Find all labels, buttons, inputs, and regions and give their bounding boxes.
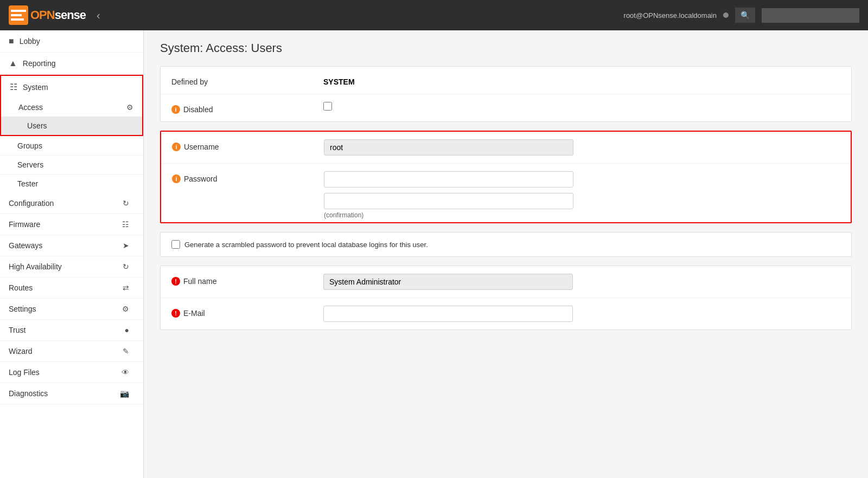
logo-opn: OPN <box>30 8 55 22</box>
sidebar-label-groups: Groups <box>17 141 42 150</box>
sidebar-item-firmware[interactable]: Firmware ☷ <box>0 214 143 235</box>
svg-rect-3 <box>11 18 24 21</box>
sidebar-label-lobby: Lobby <box>20 37 135 46</box>
credentials-section: i Username i Password (confirmation) <box>160 131 852 223</box>
password-row: i Password (confirmation) <box>161 164 851 222</box>
password-label-text: Password <box>184 175 217 183</box>
settings-icon: ⚙ <box>122 305 129 313</box>
sidebar-item-reporting[interactable]: ▲ Reporting <box>0 53 143 75</box>
main-content: System: Access: Users Defined by SYSTEM … <box>144 30 868 478</box>
form-card-info: ! Full name ! E-Mail <box>160 266 852 330</box>
sidebar-item-lobby[interactable]: ■ Lobby <box>0 30 143 53</box>
configuration-icon: ↻ <box>123 199 129 208</box>
system-icon: ☷ <box>10 82 17 92</box>
disabled-label-text: Disabled <box>183 105 213 114</box>
disabled-info-icon: i <box>171 105 180 114</box>
logo-sense: sense <box>55 8 86 22</box>
full-name-label-text: Full name <box>183 277 216 286</box>
status-dot <box>723 12 729 18</box>
sidebar-label-trust: Trust <box>9 326 125 334</box>
sidebar-item-configuration[interactable]: Configuration ↻ <box>0 193 143 214</box>
firmware-icon: ☷ <box>122 220 129 229</box>
topbar: OPNsense ‹ root@OPNsense.localdomain 🔍 <box>0 0 868 30</box>
email-row: ! E-Mail <box>161 298 851 330</box>
password-value: (confirmation) <box>324 171 840 219</box>
reporting-icon: ▲ <box>9 59 17 68</box>
sidebar-label-routes: Routes <box>9 283 123 292</box>
sidebar-item-settings[interactable]: Settings ⚙ <box>0 299 143 320</box>
sidebar-item-users[interactable]: Users <box>1 117 142 135</box>
sidebar-label-gateways: Gateways <box>9 241 123 250</box>
confirmation-text: (confirmation) <box>324 211 840 219</box>
sidebar-item-routes[interactable]: Routes ⇄ <box>0 277 143 299</box>
sidebar-item-tester[interactable]: Tester <box>0 174 143 193</box>
gateways-icon: ➤ <box>123 241 129 250</box>
sidebar-label-users: Users <box>27 121 47 130</box>
system-section: ☷ System Access ⚙ Users <box>0 75 143 136</box>
trust-icon: ● <box>125 326 129 334</box>
sidebar-label-diagnostics: Diagnostics <box>9 389 120 398</box>
email-warn-icon: ! <box>171 309 180 318</box>
sidebar-item-access[interactable]: Access ⚙ <box>1 98 142 117</box>
username-row: i Username <box>161 132 851 164</box>
username-value <box>324 139 840 156</box>
logo: OPNsense <box>9 5 86 25</box>
topbar-right: root@OPNsense.localdomain 🔍 <box>624 8 859 23</box>
password-confirm-input[interactable] <box>324 193 573 209</box>
full-name-label: ! Full name <box>171 274 323 286</box>
sidebar-item-system[interactable]: ☷ System <box>1 76 142 98</box>
full-name-input[interactable] <box>323 274 573 290</box>
main-layout: ■ Lobby ▲ Reporting ☷ System Access ⚙ Us… <box>0 30 868 478</box>
sidebar-label-servers: Servers <box>17 160 43 169</box>
search-button[interactable]: 🔍 <box>735 8 755 23</box>
disabled-label: i Disabled <box>171 102 323 114</box>
diagnostics-icon: 📷 <box>120 389 129 398</box>
full-name-value <box>323 274 840 290</box>
collapse-button[interactable]: ‹ <box>97 9 100 22</box>
sidebar-item-high-availability[interactable]: High Availability ↻ <box>0 256 143 277</box>
email-input[interactable] <box>323 306 573 322</box>
topbar-user: root@OPNsense.localdomain <box>624 11 717 20</box>
username-input[interactable] <box>324 139 573 156</box>
defined-by-row: Defined by SYSTEM <box>161 67 851 94</box>
disabled-row: i Disabled <box>161 94 851 121</box>
sidebar-item-servers[interactable]: Servers <box>0 155 143 174</box>
sidebar-item-groups[interactable]: Groups <box>0 136 143 155</box>
full-name-row: ! Full name <box>161 266 851 298</box>
full-name-warn-icon: ! <box>171 277 180 286</box>
defined-by-value: SYSTEM <box>323 74 840 86</box>
username-info-icon: i <box>172 143 181 151</box>
scramble-checkbox[interactable] <box>171 240 180 249</box>
sidebar-item-log-files[interactable]: Log Files 👁 <box>0 362 143 383</box>
disabled-checkbox[interactable] <box>323 102 332 111</box>
high-availability-icon: ↻ <box>123 262 129 271</box>
sidebar-label-reporting: Reporting <box>23 59 135 68</box>
password-label: i Password <box>172 171 324 183</box>
sidebar-item-wizard[interactable]: Wizard ✎ <box>0 341 143 362</box>
wizard-icon: ✎ <box>123 347 129 356</box>
sidebar: ■ Lobby ▲ Reporting ☷ System Access ⚙ Us… <box>0 30 144 478</box>
sidebar-label-firmware: Firmware <box>9 220 122 229</box>
svg-rect-1 <box>11 10 26 12</box>
page-title: System: Access: Users <box>160 41 852 55</box>
search-input[interactable] <box>762 8 859 23</box>
sidebar-label-configuration: Configuration <box>9 199 123 208</box>
disabled-value <box>323 102 840 111</box>
logo-text: OPNsense <box>30 8 86 22</box>
scramble-row: Generate a scrambled password to prevent… <box>160 232 852 257</box>
username-label-text: Username <box>184 143 219 151</box>
sidebar-item-diagnostics[interactable]: Diagnostics 📷 <box>0 383 143 404</box>
email-label: ! E-Mail <box>171 306 323 318</box>
sidebar-label-log-files: Log Files <box>9 368 122 377</box>
sidebar-label-wizard: Wizard <box>9 347 123 356</box>
scramble-text: Generate a scrambled password to prevent… <box>184 241 428 249</box>
password-input[interactable] <box>324 171 573 188</box>
sidebar-item-gateways[interactable]: Gateways ➤ <box>0 235 143 256</box>
sidebar-label-access: Access <box>18 103 126 112</box>
username-label: i Username <box>172 139 324 151</box>
sidebar-label-high-availability: High Availability <box>9 262 123 271</box>
email-label-text: E-Mail <box>183 309 205 318</box>
email-value <box>323 306 840 322</box>
svg-rect-2 <box>11 14 22 16</box>
sidebar-item-trust[interactable]: Trust ● <box>0 320 143 341</box>
